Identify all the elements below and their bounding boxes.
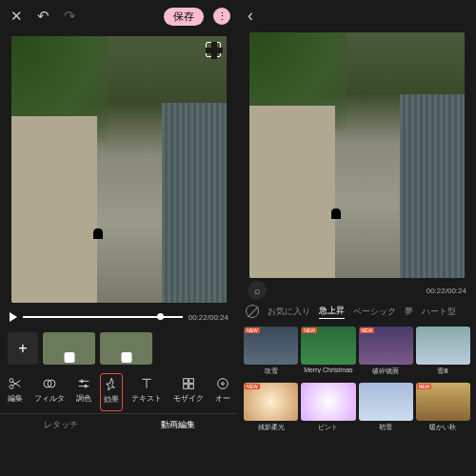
effect-category-tabs: お気に入り急上昇ベーシック夢ハート型	[238, 299, 476, 324]
topbar: ‹	[238, 0, 476, 29]
svg-point-10	[218, 379, 228, 389]
new-badge: NEW	[302, 327, 317, 333]
seek-bar[interactable]	[23, 316, 183, 318]
none-icon[interactable]	[246, 305, 259, 318]
tool-scissors[interactable]: 編集	[5, 373, 26, 411]
tool-label: 効果	[104, 394, 119, 405]
tool-label: モザイク	[173, 393, 204, 404]
preview-controls: ⌕ 00:22/00:24	[238, 282, 476, 299]
effect-label: 吹雪	[244, 367, 298, 376]
category-tab[interactable]: お気に入り	[268, 306, 310, 318]
tool-label: テキスト	[131, 393, 162, 404]
category-tab[interactable]: ベーシック	[353, 306, 396, 318]
mode-tab[interactable]: 動画編集	[161, 419, 195, 437]
tool-text[interactable]: テキスト	[129, 373, 165, 411]
new-badge: NEW	[360, 327, 375, 333]
new-badge: NEW	[417, 384, 432, 389]
tool-label: 調色	[76, 393, 91, 404]
tool-sliders[interactable]: 調色	[73, 373, 94, 411]
effect-item[interactable]: NEWMerry Christmas	[301, 327, 355, 380]
add-clip-button[interactable]: +	[8, 332, 38, 365]
redo-icon[interactable]: ↷	[61, 8, 78, 25]
effect-item[interactable]: ピント	[301, 383, 355, 436]
save-button[interactable]: 保存	[164, 8, 204, 26]
effect-item[interactable]: NEW暖かい秋	[416, 383, 470, 436]
tool-row: 編集フィルタ調色効果テキストモザイクオー	[0, 369, 238, 413]
effect-label: 雪Ⅲ	[416, 367, 470, 376]
new-badge: NEW	[245, 384, 260, 389]
svg-rect-7	[189, 379, 194, 384]
time-display: 00:22/00:24	[188, 313, 228, 322]
tool-pin[interactable]: 効果	[100, 373, 123, 411]
effects-pane: ‹ ⌕ 00:22/00:24 お気に入り急上昇ベーシック夢ハート型 NEW吹雪…	[238, 0, 476, 476]
time-display: 00:22/00:24	[426, 287, 466, 295]
effect-item[interactable]: NEW吹雪	[244, 327, 298, 380]
video-preview[interactable]	[11, 36, 227, 303]
undo-icon[interactable]: ↶	[34, 8, 51, 25]
timeline: +	[0, 327, 238, 369]
svg-point-11	[222, 383, 225, 386]
effect-item[interactable]: NEW残影柔光	[244, 383, 298, 436]
effect-label: 残影柔光	[244, 423, 298, 432]
close-icon[interactable]: ✕	[8, 8, 25, 25]
clip-thumbnail[interactable]	[100, 332, 152, 365]
search-icon[interactable]: ⌕	[248, 281, 267, 300]
tool-mosaic[interactable]: モザイク	[170, 373, 207, 411]
category-tab[interactable]: ハート型	[422, 306, 456, 318]
svg-rect-8	[184, 385, 188, 389]
back-icon[interactable]: ‹	[248, 6, 253, 25]
effect-item[interactable]: 初雪	[359, 383, 413, 436]
effect-label: 破碎镜面	[359, 367, 413, 376]
effect-label: 暖かい秋	[416, 423, 470, 432]
category-tab[interactable]: 急上昇	[319, 305, 345, 319]
tool-circles[interactable]: フィルタ	[31, 373, 68, 411]
effect-label: ピント	[301, 423, 355, 432]
effect-item[interactable]: NEW破碎镜面	[359, 327, 413, 380]
effect-label: Merry Christmas	[301, 367, 355, 373]
more-icon[interactable]: ⋮	[213, 8, 230, 25]
new-badge: NEW	[245, 327, 260, 333]
effect-item[interactable]: 雪Ⅲ	[416, 327, 470, 380]
clip-thumbnail[interactable]	[43, 332, 95, 365]
tool-audio[interactable]: オー	[212, 373, 233, 411]
editor-pane: ✕ ↶ ↷ 保存 ⋮ 00:22/00:24 + 編集フィルタ調色効果テキストモ…	[0, 0, 238, 476]
mode-tabs: レタッチ動画編集	[0, 413, 238, 442]
effect-label: 初雪	[359, 423, 413, 432]
mode-tab[interactable]: レタッチ	[44, 419, 78, 437]
svg-rect-6	[184, 379, 188, 384]
tool-label: フィルタ	[34, 393, 65, 404]
crop-icon[interactable]	[206, 42, 221, 57]
play-icon[interactable]	[10, 312, 17, 322]
effects-grid: NEW吹雪NEWMerry ChristmasNEW破碎镜面雪ⅢNEW残影柔光ピ…	[238, 324, 476, 439]
topbar: ✕ ↶ ↷ 保存 ⋮	[0, 0, 238, 32]
tool-label: 編集	[8, 393, 23, 404]
category-tab[interactable]: 夢	[405, 306, 413, 318]
svg-rect-9	[189, 385, 194, 389]
video-preview[interactable]	[249, 32, 465, 278]
tool-label: オー	[215, 393, 230, 404]
playback-controls: 00:22/00:24	[0, 307, 238, 327]
